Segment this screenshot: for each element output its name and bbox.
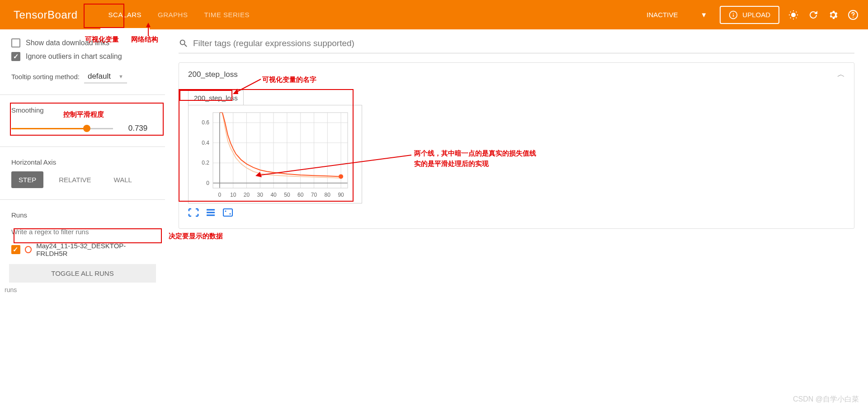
tag-body: 200_step_loss 00.20.40.60102030405060708… xyxy=(179,86,854,228)
tooltip-sorting-label: Tooltip sorting method: xyxy=(11,73,80,80)
run-name-label: May24_11-15-32_DESKTOP-FRLDH5R xyxy=(36,242,154,257)
header-bar: TensorBoard SCALARS GRAPHS TIME SERIES I… xyxy=(0,0,868,29)
runs-caption: runs xyxy=(5,286,154,293)
gear-icon xyxy=(828,9,839,20)
brightness-button[interactable] xyxy=(788,9,799,21)
chevron-down-icon: ▼ xyxy=(118,74,123,79)
run-color-icon xyxy=(25,246,32,253)
svg-point-43 xyxy=(230,213,231,215)
tooltip-sorting-row: Tooltip sorting method: default ▼ xyxy=(11,70,154,83)
header-right: INACTIVE ▼ UPLOAD xyxy=(642,6,859,24)
sidebar: Show data download links Ignore outliers… xyxy=(0,29,165,411)
search-icon xyxy=(179,38,189,48)
svg-text:30: 30 xyxy=(257,192,264,198)
ignore-outliers-label: Ignore outliers in chart scaling xyxy=(26,52,122,61)
svg-text:10: 10 xyxy=(230,192,236,198)
checkbox-icon xyxy=(11,38,20,47)
toggle-all-runs-button[interactable]: TOGGLE ALL RUNS xyxy=(9,264,156,283)
svg-point-39 xyxy=(339,174,343,179)
axis-step-button[interactable]: STEP xyxy=(11,171,43,188)
fit-icon[interactable] xyxy=(222,208,233,217)
tag-header[interactable]: 200_step_loss ︿ xyxy=(179,63,854,86)
separator xyxy=(0,94,165,95)
smoothing-label: Smoothing xyxy=(11,106,154,114)
svg-text:0.2: 0.2 xyxy=(202,160,209,166)
brightness-icon xyxy=(788,9,799,20)
checkbox-icon xyxy=(11,245,20,254)
run-item[interactable]: May24_11-15-32_DESKTOP-FRLDH5R xyxy=(11,242,154,257)
chart-box[interactable]: 00.20.40.60102030405060708090 xyxy=(188,105,362,203)
info-icon xyxy=(729,10,738,19)
help-icon xyxy=(848,9,859,20)
tag-filter-input[interactable] xyxy=(193,38,854,48)
svg-text:60: 60 xyxy=(297,192,304,198)
tooltip-sorting-value: default xyxy=(88,72,111,81)
svg-rect-41 xyxy=(223,209,232,216)
chart-svg: 00.20.40.60102030405060708090 xyxy=(190,109,353,199)
chevron-up-icon: ︿ xyxy=(837,69,845,80)
nav-tabs: SCALARS GRAPHS TIME SERIES xyxy=(100,0,258,29)
horizontal-axis-label: Horizontal Axis xyxy=(11,158,154,166)
settings-button[interactable] xyxy=(827,9,839,21)
slider-fill xyxy=(11,128,87,129)
chart-title: 200_step_loss xyxy=(188,90,244,105)
chart-tools xyxy=(188,208,362,217)
svg-text:0: 0 xyxy=(218,192,222,198)
checkbox-icon xyxy=(11,52,20,61)
axis-wall-button[interactable]: WALL xyxy=(107,171,139,188)
svg-text:20: 20 xyxy=(244,192,250,198)
svg-text:90: 90 xyxy=(338,192,344,198)
refresh-button[interactable] xyxy=(807,9,819,21)
main-area: Show data download links Ignore outliers… xyxy=(0,29,868,411)
svg-text:80: 80 xyxy=(325,192,331,198)
tab-graphs[interactable]: GRAPHS xyxy=(150,0,196,29)
upload-button[interactable]: UPLOAD xyxy=(720,6,779,24)
show-download-checkbox[interactable]: Show data download links xyxy=(11,38,154,47)
chart-card: 200_step_loss 00.20.40.60102030405060708… xyxy=(188,90,362,217)
fullscreen-icon[interactable] xyxy=(188,208,199,217)
axis-relative-button[interactable]: RELATIVE xyxy=(52,171,98,188)
svg-text:40: 40 xyxy=(270,192,277,198)
tag-name: 200_step_loss xyxy=(188,70,238,79)
app-logo: TensorBoard xyxy=(14,9,78,21)
svg-text:0: 0 xyxy=(206,180,209,186)
svg-point-1 xyxy=(791,13,796,17)
runs-label: Runs xyxy=(11,211,154,219)
list-icon[interactable] xyxy=(205,208,216,217)
refresh-icon xyxy=(808,9,819,20)
tag-panel: 200_step_loss ︿ 200_step_loss 00.20.40.6… xyxy=(179,62,854,229)
svg-text:0.4: 0.4 xyxy=(202,140,209,146)
svg-text:70: 70 xyxy=(311,192,317,198)
watermark: CSDN @自学小白菜 xyxy=(793,395,859,404)
content-area: 200_step_loss ︿ 200_step_loss 00.20.40.6… xyxy=(165,29,868,411)
svg-point-42 xyxy=(225,211,226,212)
smoothing-slider[interactable] xyxy=(11,128,113,129)
tab-scalars[interactable]: SCALARS xyxy=(100,0,150,29)
separator xyxy=(0,199,165,200)
tooltip-sorting-select[interactable]: default ▼ xyxy=(84,70,127,83)
inactive-label: INACTIVE xyxy=(646,11,678,19)
chevron-down-icon: ▼ xyxy=(700,11,707,19)
ignore-outliers-checkbox[interactable]: Ignore outliers in chart scaling xyxy=(11,52,154,61)
runs-filter-input[interactable] xyxy=(11,228,154,236)
smoothing-control: 0.739 xyxy=(11,122,154,135)
svg-text:50: 50 xyxy=(284,192,290,198)
inactive-selector[interactable]: INACTIVE ▼ xyxy=(642,8,712,21)
help-button[interactable] xyxy=(847,9,859,21)
axis-buttons: STEP RELATIVE WALL xyxy=(11,171,154,188)
smoothing-value-input[interactable]: 0.739 xyxy=(122,122,154,135)
show-download-label: Show data download links xyxy=(26,39,109,47)
tab-time-series[interactable]: TIME SERIES xyxy=(196,0,258,29)
svg-text:0.6: 0.6 xyxy=(202,119,209,126)
slider-thumb[interactable] xyxy=(83,125,90,132)
separator xyxy=(0,146,165,147)
tag-filter-row xyxy=(179,38,854,53)
upload-label: UPLOAD xyxy=(742,11,770,19)
